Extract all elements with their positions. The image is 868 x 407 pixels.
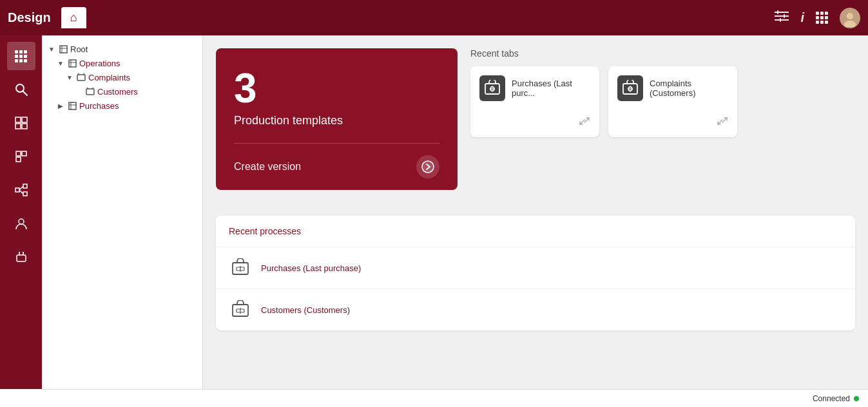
recent-processes-section: Recent processes Purchases (Last purchas… [216, 216, 855, 330]
header-icon-group: i [775, 8, 860, 28]
svg-rect-15 [16, 151, 21, 156]
svg-rect-16 [22, 151, 26, 156]
tab-card-top-complaints: Complaints (Customers) [617, 75, 728, 101]
tab-name-complaints: Complaints (Customers) [650, 79, 728, 98]
process-icon-purchases [229, 256, 252, 279]
svg-rect-11 [15, 117, 21, 122]
svg-point-25 [19, 219, 24, 224]
sidebar-grid-icon[interactable] [7, 42, 35, 70]
production-templates-card[interactable]: 3 Production templates Create version [216, 48, 458, 190]
apps-grid-icon[interactable] [816, 12, 828, 24]
main-layout: ▼ Root ▼ Operations ▼ Complai [0, 35, 868, 389]
svg-rect-20 [15, 188, 19, 192]
svg-rect-26 [17, 255, 26, 261]
tree-label-customers: Customers [97, 87, 138, 97]
svg-line-24 [19, 190, 23, 194]
tab-footer-purchases [579, 117, 590, 128]
app-title: Design [8, 10, 51, 25]
content-area: 3 Production templates Create version Re… [203, 35, 868, 389]
home-tab[interactable]: ⌂ [61, 7, 86, 28]
svg-point-7 [847, 13, 853, 19]
svg-rect-5 [780, 18, 781, 22]
tree-label-root: Root [70, 44, 88, 54]
toggle-operations[interactable]: ▼ [56, 59, 65, 68]
tree-item-operations[interactable]: ▼ Operations [42, 56, 202, 70]
svg-rect-37 [77, 75, 85, 80]
svg-rect-3 [777, 10, 778, 14]
tab-icon-purchases [479, 75, 505, 101]
svg-rect-4 [784, 14, 785, 18]
sidebar-network-icon[interactable] [7, 176, 35, 204]
tab-card-top-purchases: Purchases (Last purc... [479, 75, 590, 101]
tree-label-operations: Operations [79, 59, 121, 68]
create-version-label: Create version [234, 161, 301, 173]
svg-rect-0 [775, 12, 789, 13]
status-bar: Connected [0, 389, 868, 407]
sidebar-grid2-icon[interactable] [7, 109, 35, 137]
process-item-purchases[interactable]: Purchases (Last purchase) [216, 247, 855, 289]
tree-item-customers[interactable]: Customers [42, 84, 202, 99]
home-icon: ⌂ [70, 11, 77, 24]
app-header: Design ⌂ i [0, 0, 868, 35]
tab-name-purchases: Purchases (Last purc... [512, 79, 590, 98]
svg-rect-21 [23, 184, 27, 188]
tab-card-purchases[interactable]: Purchases (Last purc... [470, 66, 599, 137]
svg-rect-34 [69, 60, 76, 67]
node-icon-operations [67, 58, 77, 68]
svg-rect-22 [23, 192, 27, 196]
filter-icon[interactable] [775, 10, 789, 25]
tabs-row: Purchases (Last purc... [470, 66, 855, 137]
recent-tabs-title: Recent tabs [470, 48, 855, 59]
tree-item-root[interactable]: ▼ Root [42, 42, 202, 56]
svg-line-10 [23, 91, 27, 95]
arrow-circle-icon [416, 155, 439, 178]
svg-rect-17 [16, 157, 21, 162]
create-version-button[interactable]: Create version [234, 143, 439, 190]
connected-label: Connected [813, 394, 850, 403]
sidebar-plugin-icon[interactable] [7, 243, 35, 271]
node-icon-customers [85, 86, 95, 97]
svg-rect-43 [69, 102, 76, 109]
svg-rect-1 [775, 15, 789, 17]
prod-card-label: Production templates [234, 114, 439, 128]
svg-rect-12 [22, 117, 27, 122]
svg-line-23 [19, 186, 23, 190]
toggle-complaints[interactable]: ▼ [65, 73, 74, 82]
svg-rect-40 [86, 89, 94, 95]
tab-card-complaints[interactable]: Complaints (Customers) [608, 66, 737, 137]
sidebar-search-icon[interactable] [7, 75, 35, 104]
svg-point-9 [16, 84, 24, 92]
prod-card-number: 3 [234, 68, 439, 109]
tree-item-complaints[interactable]: ▼ Complaints [42, 70, 202, 84]
toggle-purchases[interactable]: ▶ [56, 101, 65, 110]
process-name-customers: Customers (Customers) [261, 305, 350, 315]
svg-rect-31 [60, 46, 67, 53]
sidebar-anchor-icon[interactable] [7, 142, 35, 171]
tab-icon-complaints [617, 75, 643, 101]
process-name-purchases: Purchases (Last purchase) [261, 263, 361, 273]
sidebar-user-icon[interactable] [7, 209, 35, 238]
recent-tabs-section: Recent tabs [458, 48, 855, 203]
status-dot-green [854, 396, 859, 401]
avatar[interactable] [840, 8, 860, 28]
svg-rect-13 [15, 124, 21, 129]
svg-rect-2 [775, 19, 789, 21]
node-icon-purchases [67, 100, 77, 111]
process-item-customers[interactable]: Customers (Customers) [216, 289, 855, 330]
tree-label-purchases: Purchases [79, 101, 119, 111]
svg-point-46 [422, 161, 434, 173]
toggle-root[interactable]: ▼ [47, 44, 56, 53]
recent-processes-title: Recent processes [216, 216, 855, 247]
node-icon-root [58, 44, 68, 54]
process-icon-customers [229, 298, 252, 321]
sidebar-icon-panel [0, 35, 42, 389]
svg-rect-14 [22, 124, 27, 129]
tree-item-purchases[interactable]: ▶ Purchases [42, 99, 202, 113]
connection-status: Connected [813, 394, 859, 403]
tab-footer-complaints [717, 117, 728, 128]
tree-label-complaints: Complaints [88, 73, 130, 82]
tree-panel: ▼ Root ▼ Operations ▼ Complai [42, 35, 203, 389]
top-section: 3 Production templates Create version Re… [216, 48, 855, 203]
node-icon-complaints [76, 72, 86, 82]
info-icon[interactable]: i [800, 10, 804, 25]
